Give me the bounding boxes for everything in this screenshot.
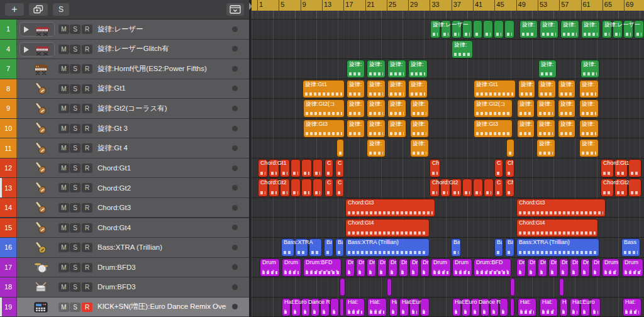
track-header-config-button[interactable] xyxy=(226,3,244,16)
duplicate-track-button[interactable] xyxy=(29,3,48,16)
track-number[interactable]: 14 xyxy=(0,198,17,218)
mute-button[interactable]: M xyxy=(58,243,69,252)
midi-region[interactable]: 旋律:レーザー xyxy=(430,20,514,38)
timeline-ruler[interactable]: 159131721252933374145495357616569 xyxy=(252,0,644,11)
midi-region[interactable]: Drum:BFD xyxy=(474,259,511,277)
midi-region[interactable]: 旋律: xyxy=(347,60,365,78)
midi-region[interactable]: 旋律: xyxy=(517,99,535,118)
midi-region[interactable]: 旋律: xyxy=(387,80,406,98)
midi-region[interactable]: Ba xyxy=(505,238,514,257)
track-header-9[interactable]: 9MSR旋律:Gt2(コーラス有) xyxy=(0,99,249,119)
solo-button[interactable]: S xyxy=(70,164,80,173)
midi-region[interactable]: 旋律: xyxy=(452,40,473,58)
record-enable-button[interactable]: R xyxy=(82,263,92,272)
record-enable-button[interactable]: R xyxy=(82,282,92,292)
midi-region[interactable]: Chord:Gt3 xyxy=(345,199,435,217)
track-number[interactable]: 1 xyxy=(0,19,17,39)
track-number[interactable]: 16 xyxy=(0,238,17,257)
midi-region[interactable]: Ch xyxy=(505,179,514,197)
midi-region[interactable]: 旋律: xyxy=(581,20,600,38)
midi-region[interactable]: 旋律: xyxy=(347,120,365,138)
mute-button[interactable]: M xyxy=(58,25,69,34)
midi-region[interactable]: 旋律: xyxy=(558,120,575,138)
midi-region[interactable]: Dr xyxy=(538,259,547,277)
midi-region[interactable]: 旋律:Gt1 xyxy=(474,80,516,98)
midi-region[interactable]: Chord:Gt2 xyxy=(601,179,641,197)
track-header-11[interactable]: 11MSR旋律:Gt 4 xyxy=(0,138,249,158)
mute-button[interactable]: M xyxy=(58,183,69,192)
midi-region[interactable]: Dr xyxy=(559,259,569,277)
track-header-8[interactable]: 8MSR旋律:Gt1 xyxy=(0,79,249,99)
midi-region[interactable]: 旋律:Gt3 xyxy=(474,120,513,138)
midi-region[interactable]: 旋律: xyxy=(579,80,599,98)
mute-button[interactable]: M xyxy=(58,45,69,54)
record-enable-button[interactable]: R xyxy=(82,183,92,192)
record-enable-button[interactable]: R xyxy=(82,143,92,153)
track-number[interactable]: 19 xyxy=(0,298,17,317)
midi-region[interactable]: C xyxy=(325,179,333,197)
midi-region[interactable]: 旋律: xyxy=(536,139,555,157)
track-number[interactable]: 12 xyxy=(0,158,17,178)
record-enable-button[interactable]: R xyxy=(82,45,92,54)
midi-region[interactable]: Hat:Eur xyxy=(399,298,430,316)
track-number[interactable]: 15 xyxy=(0,218,17,238)
track-header-17[interactable]: 17MSRDrum:BFD3 xyxy=(0,258,249,278)
record-enable-button[interactable]: R xyxy=(82,203,92,213)
midi-region[interactable]: 旋律: xyxy=(538,60,557,78)
midi-region[interactable]: 旋律: xyxy=(367,139,386,157)
midi-region[interactable]: Dr xyxy=(548,259,558,277)
midi-region[interactable]: Drum:BFD xyxy=(303,259,341,277)
midi-region[interactable]: Dr xyxy=(399,259,408,277)
track-header-1[interactable]: 1MSR旋律:レーザー xyxy=(0,19,249,40)
midi-region[interactable]: Bass:XTRA (Trillian) xyxy=(345,238,430,257)
midi-region[interactable] xyxy=(387,278,392,296)
solo-button[interactable]: S xyxy=(70,183,80,192)
arrange-lane-18[interactable] xyxy=(252,277,644,298)
track-header-14[interactable]: 14MSRChord:Gt3 xyxy=(0,198,249,218)
midi-region[interactable]: 旋律:Gt1 xyxy=(303,80,345,98)
midi-region[interactable]: 旋律: xyxy=(387,120,406,138)
mute-button[interactable]: M xyxy=(58,104,69,113)
midi-region[interactable]: 旋律:Gt2(コ xyxy=(474,99,513,118)
midi-region[interactable]: Hat:Euro Dance R xyxy=(282,298,339,316)
midi-region[interactable]: Chord:Gt1 xyxy=(258,159,323,177)
midi-region[interactable]: Dr xyxy=(570,259,579,277)
record-enable-button[interactable]: R xyxy=(82,124,92,133)
midi-region[interactable]: Dr xyxy=(516,259,526,277)
midi-region[interactable]: Chord:Gt1 xyxy=(601,159,641,177)
mute-button[interactable]: M xyxy=(58,124,69,133)
mute-button[interactable]: M xyxy=(58,282,69,292)
mute-button[interactable]: M xyxy=(58,203,69,213)
midi-region[interactable]: Dr xyxy=(356,259,365,277)
solo-button[interactable]: S xyxy=(70,282,80,292)
midi-region[interactable]: Dr xyxy=(377,259,387,277)
midi-region[interactable]: Hat:Euro Dance R xyxy=(452,298,508,316)
midi-region[interactable]: C xyxy=(494,159,503,177)
record-enable-button[interactable]: R xyxy=(82,84,92,94)
midi-region[interactable]: Bass:XTRA xyxy=(281,238,322,257)
midi-region[interactable] xyxy=(510,278,515,296)
midi-region[interactable]: Ba xyxy=(451,238,461,257)
midi-region[interactable]: 旋律: xyxy=(347,99,365,118)
solo-button[interactable]: S xyxy=(70,25,80,34)
midi-region[interactable]: 旋律: xyxy=(347,80,365,98)
midi-region[interactable]: Hat: xyxy=(623,298,641,316)
midi-region[interactable]: Dr xyxy=(345,259,355,277)
midi-region[interactable]: 旋律: xyxy=(536,99,555,118)
midi-region[interactable]: Drum xyxy=(282,259,301,277)
solo-button[interactable]: S xyxy=(70,45,80,54)
track-number[interactable]: 8 xyxy=(0,79,17,99)
midi-region[interactable]: 旋律:レーザー xyxy=(602,20,644,38)
midi-region[interactable]: Hat: xyxy=(540,298,558,316)
midi-region[interactable]: Hat: xyxy=(367,298,387,316)
solo-button[interactable]: S xyxy=(70,64,80,74)
midi-region[interactable]: Ha xyxy=(389,298,398,316)
solo-button[interactable]: S xyxy=(70,143,80,153)
master-solo-button[interactable]: S xyxy=(53,3,69,16)
mute-button[interactable]: M xyxy=(58,263,69,272)
track-number[interactable]: 18 xyxy=(0,277,17,297)
mute-button[interactable]: M xyxy=(58,303,69,312)
midi-region[interactable]: 旋律: xyxy=(410,139,429,157)
record-enable-button[interactable]: R xyxy=(82,25,92,34)
midi-region[interactable]: Drum xyxy=(602,259,619,277)
